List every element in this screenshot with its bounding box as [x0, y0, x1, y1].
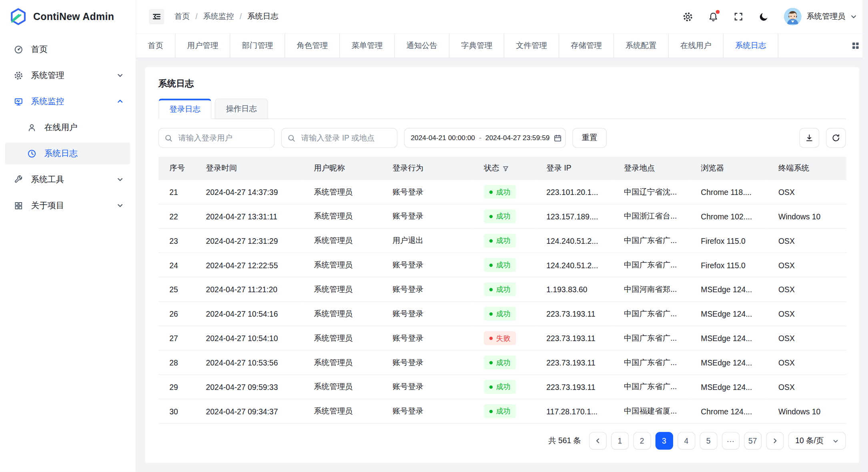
tabbar-tab[interactable]: 在线用户	[669, 34, 724, 57]
tabbar-tab[interactable]: 字典管理	[449, 34, 504, 57]
cell-loc: 中国广东省广...	[613, 253, 690, 277]
settings-button[interactable]	[682, 11, 693, 22]
prev-page-button[interactable]	[589, 432, 606, 450]
cell-status: 成功	[473, 375, 535, 399]
cell-action: 账号登录	[381, 204, 473, 229]
cell-time: 2024-04-27 10:53:56	[195, 350, 303, 375]
cell-browser: MSEdge 124...	[690, 350, 768, 375]
page-title: 系统日志	[158, 78, 846, 90]
cell-status: 成功	[473, 277, 535, 301]
column-header: 序号	[158, 157, 195, 180]
cell-nick: 系统管理员	[303, 180, 381, 204]
cell-time: 2024-04-27 13:31:11	[195, 204, 303, 229]
scrollbar-track[interactable]	[862, 0, 868, 472]
status-badge: 成功	[484, 209, 516, 223]
cell-browser: MSEdge 124...	[690, 375, 768, 399]
page-ellipsis-button[interactable]: ···	[722, 432, 739, 450]
sidebar-item-system-log[interactable]: 系统日志	[5, 143, 130, 165]
sidebar: ContiNew Admin 首页 系统管理	[0, 0, 136, 472]
tab-login-log[interactable]: 登录日志	[158, 98, 212, 119]
cell-status: 失败	[473, 326, 535, 350]
tabbar-tab[interactable]: 部门管理	[230, 34, 285, 57]
tabbar-tab[interactable]: 系统配置	[614, 34, 669, 57]
sidebar-item-about[interactable]: 关于项目	[5, 195, 130, 217]
tabbar-tab[interactable]: 首页	[136, 34, 175, 57]
open-tabs-bar: 首页用户管理部门管理角色管理菜单管理通知公告字典管理文件管理存储管理系统配置在线…	[136, 33, 868, 58]
cell-nick: 系统管理员	[303, 229, 381, 253]
status-dot-icon	[489, 385, 493, 388]
tabbar-tab[interactable]: 存储管理	[559, 34, 614, 57]
date-range-picker[interactable]: 2024-04-21 00:00:00 - 2024-04-27 23:59:5…	[404, 128, 566, 148]
cell-no: 30	[158, 399, 195, 424]
breadcrumb-item[interactable]: 首页	[174, 12, 190, 22]
fullscreen-button[interactable]	[733, 11, 744, 22]
cell-no: 26	[158, 301, 195, 326]
tabbar-tab[interactable]: 系统日志	[724, 34, 778, 57]
tabbar-tab[interactable]: 菜单管理	[340, 34, 395, 57]
sidebar-collapse-button[interactable]	[149, 9, 164, 24]
next-page-button[interactable]	[766, 432, 784, 450]
filter-funnel-icon[interactable]	[503, 165, 509, 171]
page-number-button[interactable]: 2	[633, 432, 651, 450]
reset-button[interactable]: 重置	[572, 128, 607, 148]
tabbar-tab[interactable]: 用户管理	[176, 34, 231, 57]
sidebar-item-online-users[interactable]: 在线用户	[5, 116, 130, 138]
cell-os: Windows 10	[767, 204, 846, 229]
filter-toolbar: 2024-04-21 00:00:00 - 2024-04-27 23:59:5…	[158, 128, 846, 148]
dashboard-icon	[14, 44, 24, 54]
search-input[interactable]	[177, 133, 269, 143]
chevron-down-icon	[832, 438, 838, 444]
cell-no: 21	[158, 180, 195, 204]
dark-mode-button[interactable]	[758, 11, 770, 22]
refresh-icon	[832, 133, 840, 142]
chevron-down-icon	[117, 202, 124, 209]
page-number-button[interactable]: 3	[655, 432, 673, 450]
sidebar-item-system-management[interactable]: 系统管理	[5, 64, 130, 86]
tabbar-tab[interactable]: 通知公告	[395, 34, 449, 57]
user-menu[interactable]: 系统管理员	[784, 8, 857, 25]
breadcrumb-item[interactable]: 系统监控	[203, 12, 234, 22]
clock-icon	[27, 149, 37, 158]
refresh-button[interactable]	[826, 128, 846, 148]
pagination: 共 561 条 12345···57 10 条/页	[158, 432, 846, 450]
sidebar-item-system-tools[interactable]: 系统工具	[5, 169, 130, 191]
logo[interactable]: ContiNew Admin	[0, 0, 136, 33]
status-dot-icon	[489, 239, 493, 242]
page-buttons: 12345···57	[611, 432, 762, 450]
cell-nick: 系统管理员	[303, 399, 381, 424]
page-number-button[interactable]: 5	[700, 432, 717, 450]
tabbar-tab[interactable]: 文件管理	[504, 34, 559, 57]
cell-browser: MSEdge 124...	[690, 301, 768, 326]
search-input[interactable]	[300, 133, 391, 143]
cell-ip: 123.157.189....	[535, 204, 613, 229]
top-navbar: 首页 / 系统监控 / 系统日志	[136, 0, 868, 33]
tabbar-tab[interactable]: 角色管理	[285, 34, 340, 57]
cell-loc: 中国福建省厦...	[613, 399, 690, 424]
cell-os: OSX	[767, 180, 846, 204]
cell-browser: Firefox 115.0	[690, 229, 768, 253]
cell-ip: 223.101.20.1...	[535, 180, 613, 204]
breadcrumb-separator: /	[195, 12, 197, 21]
cell-nick: 系统管理员	[303, 350, 381, 375]
tab-operation-log[interactable]: 操作日志	[215, 98, 268, 119]
user-icon	[27, 123, 37, 132]
cell-nick: 系统管理员	[303, 253, 381, 277]
cell-no: 25	[158, 277, 195, 301]
column-header: 浏览器	[690, 157, 768, 180]
export-button[interactable]	[799, 128, 819, 148]
notifications-button[interactable]	[708, 11, 719, 22]
cell-browser: Chrome 118....	[690, 180, 768, 204]
sidebar-item-system-monitor[interactable]: 系统监控	[5, 90, 130, 112]
cell-time: 2024-04-27 10:54:10	[195, 326, 303, 350]
page-number-button[interactable]: 4	[678, 432, 695, 450]
status-dot-icon	[489, 410, 493, 413]
cell-ip: 223.73.193.11	[535, 375, 613, 399]
cell-no: 23	[158, 229, 195, 253]
page-number-button[interactable]: 57	[744, 432, 762, 450]
page-size-select[interactable]: 10 条/页	[788, 432, 846, 450]
sidebar-item-home[interactable]: 首页	[5, 38, 130, 60]
page-size-value: 10 条/页	[795, 436, 824, 446]
page-number-button[interactable]: 1	[611, 432, 629, 450]
main-content: 系统日志 登录日志 操作日志	[136, 58, 868, 472]
column-header-status: 状态	[473, 157, 535, 180]
